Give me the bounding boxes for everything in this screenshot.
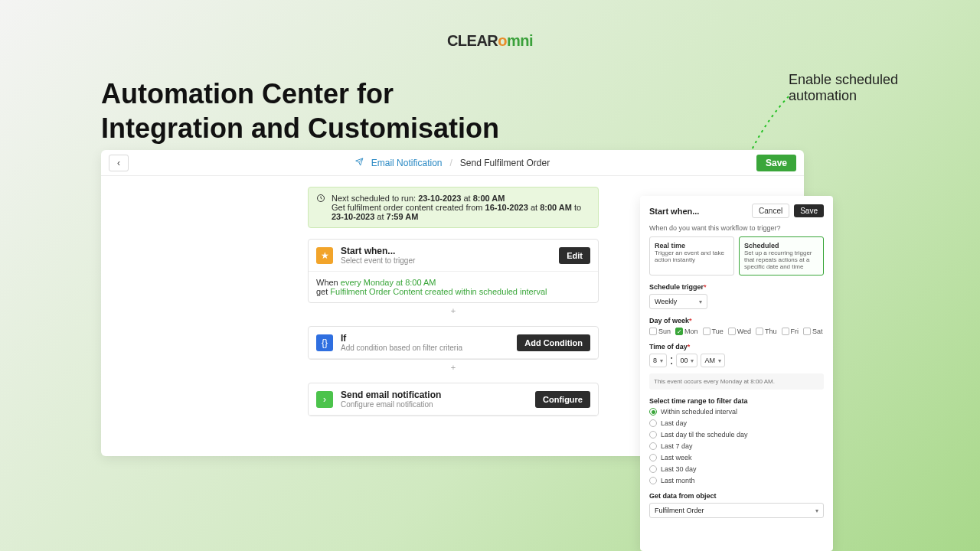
radio-icon <box>649 408 657 416</box>
logo-part2: o <box>498 32 507 49</box>
logo-part1: CLEAR <box>447 32 498 49</box>
range-option[interactable]: Last week <box>649 454 824 461</box>
day-checkbox-wed[interactable]: Wed <box>728 328 751 335</box>
editor-topbar: ‹ Email Notification / Send Fulfilment O… <box>101 150 804 176</box>
object-label: Get data from object <box>649 492 824 500</box>
ampm-select[interactable]: AM▾ <box>701 354 725 367</box>
page-headline: Automation Center for Integration and Cu… <box>101 77 499 145</box>
time-of-day-label: Time of day <box>649 343 688 350</box>
start-schedule-link[interactable]: every Monday at 8:00 AM <box>341 278 436 287</box>
workflow-step-condition: {} If Add condition based on filter crit… <box>308 326 599 360</box>
start-sub: Select event to trigger <box>341 256 415 265</box>
schedule-hint: This event occurs every Monday at 8:00 A… <box>649 373 824 390</box>
chevron-down-icon: ▾ <box>699 298 702 305</box>
checkbox-icon <box>728 328 736 335</box>
checkbox-icon: ✓ <box>675 328 683 335</box>
chevron-down-icon: ▾ <box>660 357 663 364</box>
panel-title: Start when... <box>649 207 747 216</box>
panel-save-button[interactable]: Save <box>794 204 824 217</box>
plus-connector-icon[interactable]: + <box>308 306 599 315</box>
day-checkbox-sat[interactable]: Sat <box>803 328 823 335</box>
checkbox-icon <box>782 328 789 335</box>
range-option[interactable]: Last 7 day <box>649 442 824 450</box>
day-checkbox-sun[interactable]: Sun <box>649 328 671 335</box>
radio-icon <box>649 419 657 427</box>
action-sub: Configure email notification <box>341 400 441 409</box>
day-checkbox-mon[interactable]: ✓Mon <box>675 328 698 335</box>
range-label: Select time range to filter data <box>649 397 824 405</box>
hour-select[interactable]: 8▾ <box>649 354 667 367</box>
range-option[interactable]: Last day til the schedule day <box>649 431 824 439</box>
trigger-option-scheduled[interactable]: Scheduled Set up a recurring trigger tha… <box>739 236 824 276</box>
add-condition-button[interactable]: Add Condition <box>517 334 590 351</box>
radio-icon <box>649 454 657 461</box>
next-run-notice: Next scheduled to run: 23-10-2023 at 8:0… <box>308 187 599 228</box>
breadcrumb-type[interactable]: Email Notification <box>371 158 443 168</box>
chevron-down-icon: ▾ <box>691 357 694 364</box>
plus-connector-icon[interactable]: + <box>308 363 599 372</box>
schedule-trigger-select[interactable]: Weekly▾ <box>649 294 707 309</box>
cond-title: If <box>341 333 462 344</box>
logo-part3: mni <box>507 32 533 49</box>
start-title: Start when... <box>341 246 415 256</box>
checkbox-icon <box>649 328 657 335</box>
range-option[interactable]: Last day <box>649 419 824 427</box>
braces-icon: {} <box>316 334 333 351</box>
breadcrumb-sep: / <box>449 158 452 168</box>
edit-button[interactable]: Edit <box>559 247 590 264</box>
brand-logo: CLEARomni <box>0 32 980 50</box>
send-icon: › <box>316 391 333 408</box>
workflow-step-start: ★ Start when... Select event to trigger … <box>308 239 599 303</box>
breadcrumb-current: Send Fulfilment Order <box>460 158 550 168</box>
start-data-link[interactable]: Fulfilment Order Content created within … <box>330 287 547 296</box>
cancel-button[interactable]: Cancel <box>752 204 789 218</box>
star-icon: ★ <box>316 247 333 264</box>
checkbox-icon <box>803 328 811 335</box>
day-checkbox-tue[interactable]: Tue <box>703 328 724 335</box>
trigger-option-realtime[interactable]: Real time Trigger an event and take acti… <box>649 236 734 276</box>
radio-icon <box>649 477 657 484</box>
radio-icon <box>649 431 657 439</box>
radio-icon <box>649 442 657 450</box>
range-option[interactable]: Last 30 day <box>649 465 824 473</box>
day-checkbox-thu[interactable]: Thu <box>756 328 777 335</box>
configure-button[interactable]: Configure <box>535 391 590 408</box>
paper-plane-icon <box>355 158 364 168</box>
workflow-step-action: › Send email notification Configure emai… <box>308 383 599 416</box>
object-select[interactable]: Fulfilment Order▾ <box>649 503 824 518</box>
action-title: Send email notification <box>341 390 441 400</box>
panel-question: When do you want this workflow to trigge… <box>649 224 824 232</box>
range-option[interactable]: Within scheduled interval <box>649 408 824 416</box>
back-button[interactable]: ‹ <box>109 155 129 171</box>
chevron-down-icon: ▾ <box>718 357 721 364</box>
breadcrumb: Email Notification / Send Fulfilment Ord… <box>355 158 550 168</box>
chevron-down-icon: ▾ <box>815 507 818 514</box>
start-when-panel: Start when... Cancel Save When do you wa… <box>640 196 833 551</box>
annotation-right: Enable scheduled automation <box>789 72 898 104</box>
start-body: When every Monday at 8:00 AM get Fulfilm… <box>309 272 598 302</box>
radio-icon <box>649 465 657 473</box>
checkbox-icon <box>703 328 710 335</box>
schedule-trigger-label: Schedule trigger <box>649 283 704 291</box>
day-of-week-label: Day of week <box>649 317 689 324</box>
cond-sub: Add condition based on filter criteria <box>341 344 462 352</box>
minute-select[interactable]: 00▾ <box>676 354 697 367</box>
range-option[interactable]: Last month <box>649 477 824 484</box>
clock-icon <box>316 194 325 221</box>
save-button[interactable]: Save <box>756 155 796 171</box>
checkbox-icon <box>756 328 763 335</box>
day-checkbox-fri[interactable]: Fri <box>782 328 799 335</box>
